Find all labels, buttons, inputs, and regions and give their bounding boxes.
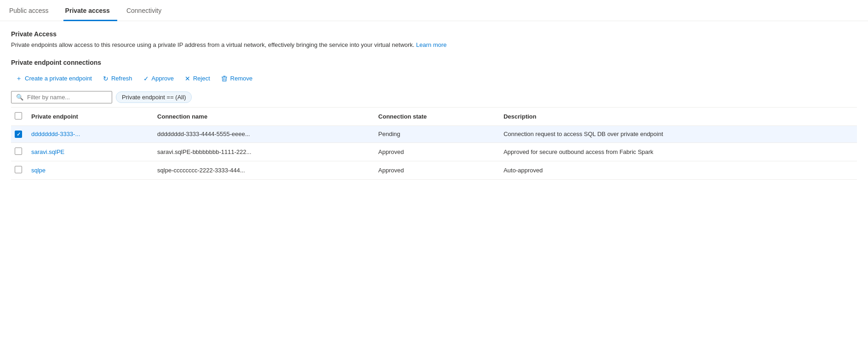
cell-connection-name: saravi.sqlPE-bbbbbbbb-1111-222...	[152, 143, 373, 161]
row-checkbox[interactable]	[15, 148, 22, 155]
reject-icon: ✕	[185, 75, 190, 82]
tab-private-access[interactable]: Private access	[63, 0, 117, 21]
cell-connection-name: dddddddd-3333-4444-5555-eeee...	[152, 125, 373, 143]
select-all-checkbox[interactable]	[15, 112, 22, 119]
toolbar: ＋ Create a private endpoint ↻ Refresh ✓ …	[11, 72, 857, 85]
cell-description: Connection request to access SQL DB over…	[498, 125, 857, 143]
col-header-connection-state: Connection state	[373, 108, 498, 126]
approve-button[interactable]: ✓ Approve	[139, 72, 178, 85]
section-description: Private endpoints allow access to this r…	[11, 40, 857, 50]
table-body: dddddddd-3333-...dddddddd-3333-4444-5555…	[11, 125, 857, 180]
row-checkbox-cell[interactable]	[11, 161, 26, 180]
tab-connectivity[interactable]: Connectivity	[125, 0, 169, 21]
trash-icon	[221, 75, 228, 82]
plus-icon: ＋	[16, 74, 22, 83]
cell-description: Approved for secure outbound access from…	[498, 143, 857, 161]
cell-connection-name: sqlpe-cccccccc-2222-3333-444...	[152, 161, 373, 180]
table-row[interactable]: dddddddd-3333-...dddddddd-3333-4444-5555…	[11, 125, 857, 143]
table-row[interactable]: sqlpesqlpe-cccccccc-2222-3333-444...Appr…	[11, 161, 857, 180]
table-row[interactable]: saravi.sqlPEsaravi.sqlPE-bbbbbbbb-1111-2…	[11, 143, 857, 161]
section-title: Private Access	[11, 30, 857, 38]
select-all-checkbox-header[interactable]	[11, 108, 26, 126]
section-description-text: Private endpoints allow access to this r…	[11, 41, 414, 48]
approve-label: Approve	[152, 75, 174, 82]
search-input[interactable]	[27, 94, 107, 101]
private-endpoint-link[interactable]: dddddddd-3333-...	[31, 131, 80, 137]
cell-private-endpoint[interactable]: dddddddd-3333-...	[26, 125, 152, 143]
tabs-nav: Public access Private access Connectivit…	[0, 0, 868, 21]
create-endpoint-label: Create a private endpoint	[25, 75, 92, 82]
create-endpoint-button[interactable]: ＋ Create a private endpoint	[11, 72, 97, 85]
row-checkbox-cell[interactable]	[11, 143, 26, 161]
cell-description: Auto-approved	[498, 161, 857, 180]
reject-label: Reject	[193, 75, 210, 82]
main-content: Private Access Private endpoints allow a…	[0, 21, 868, 189]
cell-private-endpoint[interactable]: sqlpe	[26, 161, 152, 180]
approve-icon: ✓	[143, 75, 149, 82]
row-checkbox-cell[interactable]	[11, 125, 26, 143]
filter-pill[interactable]: Private endpoint == (All)	[116, 91, 192, 103]
col-header-connection-name: Connection name	[152, 108, 373, 126]
cell-connection-state: Approved	[373, 143, 498, 161]
private-endpoint-link[interactable]: sqlpe	[31, 167, 46, 174]
col-header-private-endpoint: Private endpoint	[26, 108, 152, 126]
filter-bar: 🔍 Private endpoint == (All)	[11, 91, 857, 108]
row-checkbox[interactable]	[15, 166, 22, 173]
svg-rect-1	[223, 76, 225, 76]
svg-rect-0	[222, 77, 227, 77]
cell-connection-state: Approved	[373, 161, 498, 180]
search-icon: 🔍	[16, 94, 23, 101]
learn-more-link[interactable]: Learn more	[416, 41, 446, 48]
reject-button[interactable]: ✕ Reject	[180, 72, 215, 85]
cell-private-endpoint[interactable]: saravi.sqlPE	[26, 143, 152, 161]
refresh-label: Refresh	[111, 75, 132, 82]
connections-section-title: Private endpoint connections	[11, 59, 857, 66]
table-header-row: Private endpoint Connection name Connect…	[11, 108, 857, 126]
search-box[interactable]: 🔍	[11, 91, 112, 103]
connections-table: Private endpoint Connection name Connect…	[11, 108, 857, 180]
cell-connection-state: Pending	[373, 125, 498, 143]
tab-public-access[interactable]: Public access	[7, 0, 56, 21]
refresh-icon: ↻	[103, 75, 108, 82]
table-container: Private endpoint Connection name Connect…	[11, 108, 857, 180]
remove-button[interactable]: Remove	[217, 72, 257, 85]
col-header-description: Description	[498, 108, 857, 126]
refresh-button[interactable]: ↻ Refresh	[98, 72, 137, 85]
private-endpoint-link[interactable]: saravi.sqlPE	[31, 148, 64, 155]
row-checkbox[interactable]	[15, 131, 22, 138]
remove-label: Remove	[230, 75, 252, 82]
